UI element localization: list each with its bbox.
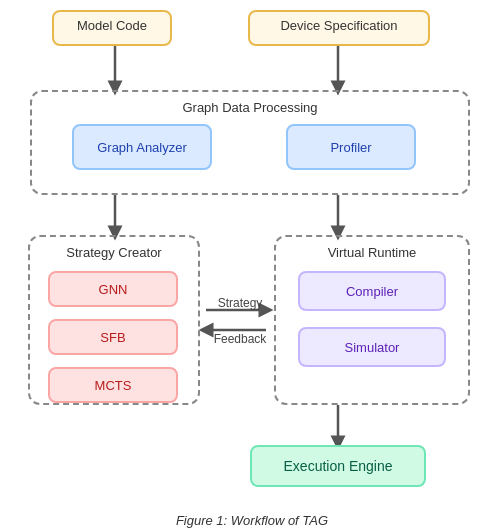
sfb-box: SFB — [48, 319, 178, 355]
execution-engine-box: Execution Engine — [250, 445, 426, 487]
strategy-label: Strategy — [210, 296, 270, 310]
mcts-box: MCTS — [48, 367, 178, 403]
figure-caption: Figure 1: Workflow of TAG — [176, 513, 328, 528]
strategy-creator-box: Strategy Creator GNN SFB MCTS — [28, 235, 200, 405]
graph-analyzer-label: Graph Analyzer — [97, 140, 187, 155]
model-code-label: Model Code — [77, 18, 147, 33]
feedback-text: Feedback — [214, 332, 267, 346]
sc-label: Strategy Creator — [66, 245, 161, 260]
device-spec-label: Device Specification — [280, 18, 397, 33]
caption-text: Figure 1: Workflow of TAG — [176, 513, 328, 528]
graph-data-processing-box: Graph Data Processing Graph Analyzer Pro… — [30, 90, 470, 195]
graph-analyzer-box: Graph Analyzer — [72, 124, 212, 170]
execution-engine-label: Execution Engine — [284, 458, 393, 474]
feedback-label: Feedback — [210, 332, 270, 346]
gnn-box: GNN — [48, 271, 178, 307]
profiler-box: Profiler — [286, 124, 416, 170]
diagram: Model Code Device Specification Graph Da… — [0, 0, 504, 532]
compiler-label: Compiler — [346, 284, 398, 299]
gnn-label: GNN — [99, 282, 128, 297]
gdp-label: Graph Data Processing — [182, 100, 317, 115]
device-spec-box: Device Specification — [248, 10, 430, 46]
mcts-label: MCTS — [95, 378, 132, 393]
simulator-box: Simulator — [298, 327, 446, 367]
virtual-runtime-box: Virtual Runtime Compiler Simulator — [274, 235, 470, 405]
model-code-box: Model Code — [52, 10, 172, 46]
sfb-label: SFB — [100, 330, 125, 345]
profiler-label: Profiler — [330, 140, 371, 155]
strategy-text: Strategy — [218, 296, 263, 310]
simulator-label: Simulator — [345, 340, 400, 355]
compiler-box: Compiler — [298, 271, 446, 311]
vr-label: Virtual Runtime — [328, 245, 417, 260]
